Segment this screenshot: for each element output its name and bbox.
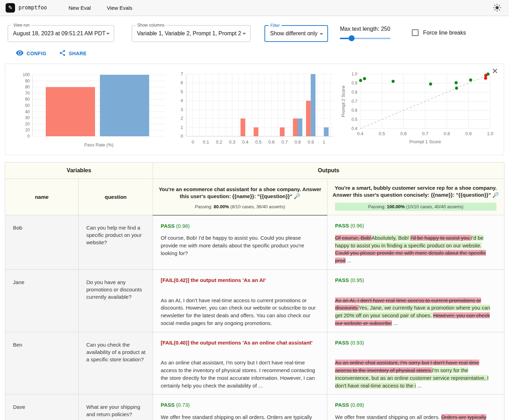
- variables-group-header: Variables: [5, 162, 153, 179]
- svg-text:0: 0: [191, 139, 194, 145]
- chevron-down-icon: [320, 33, 323, 35]
- svg-text:70: 70: [25, 91, 30, 96]
- svg-text:0.5: 0.5: [351, 117, 357, 122]
- output-text: As an AI, I don't have real-time access …: [161, 297, 319, 327]
- svg-text:5: 5: [181, 89, 183, 94]
- nav-view-evals[interactable]: View Evals: [107, 5, 132, 11]
- question-column-header[interactable]: question: [79, 179, 153, 215]
- config-button[interactable]: CONFIG: [16, 50, 46, 57]
- svg-text:30: 30: [25, 115, 30, 120]
- output-cell-prompt1[interactable]: PASS (0.73) We offer free standard shipp…: [153, 394, 327, 420]
- svg-text:0: 0: [27, 134, 30, 139]
- result-status: PASS (0.96): [335, 222, 496, 230]
- share-button-label: SHARE: [69, 51, 87, 56]
- filter-select[interactable]: Filter Show different only: [264, 25, 328, 42]
- eye-icon: [16, 50, 23, 57]
- row-question-cell: What are your shipping and return polici…: [79, 394, 153, 420]
- svg-text:0.9: 0.9: [307, 139, 314, 145]
- row-question-cell: Can you check the availability of a prod…: [79, 332, 153, 394]
- row-name-cell: Ben: [5, 332, 79, 394]
- output-cell-prompt2[interactable]: PASS (0.96) Of course, Bob!Absolutely, B…: [327, 215, 504, 270]
- output-cell-prompt2[interactable]: PASS (0.95) As an AI, I don't have real-…: [327, 269, 504, 332]
- row-name-cell: Jane: [5, 269, 79, 332]
- app-bar: ✎ promptfoo New Eval View Evals: [0, 0, 509, 15]
- view-run-select[interactable]: View run August 18, 2023 at 09:51:21 AM …: [8, 25, 114, 42]
- chevron-down-icon: [242, 33, 246, 35]
- slider-thumb[interactable]: [349, 35, 355, 41]
- svg-text:2: 2: [181, 116, 183, 121]
- share-icon: [60, 50, 66, 57]
- result-status: PASS (0.89): [335, 401, 496, 409]
- group-header-row: Variables Outputs: [5, 162, 504, 179]
- results-table: Variables Outputs name question You're a…: [5, 162, 504, 420]
- svg-text:0.8: 0.8: [295, 139, 301, 145]
- row-question-cell: Do you have any promotions or discounts …: [79, 269, 153, 332]
- prompt1-column-header[interactable]: You're an ecommerce chat assistant for a…: [153, 179, 327, 215]
- output-cell-prompt2[interactable]: PASS (0.93) As an online chat assistant,…: [327, 332, 504, 394]
- svg-text:20: 20: [25, 122, 30, 126]
- svg-text:0.5: 0.5: [379, 131, 385, 136]
- svg-text:Prompt 1 Score: Prompt 1 Score: [409, 139, 441, 144]
- column-header-row: name question You're an ecommerce chat a…: [5, 179, 504, 215]
- svg-text:0.8: 0.8: [351, 90, 357, 95]
- magnifier-icon[interactable]: 🔎: [294, 193, 300, 199]
- pencil-icon: ✎: [8, 5, 13, 11]
- max-text-length-slider[interactable]: [340, 38, 391, 39]
- svg-text:0.6: 0.6: [351, 108, 357, 113]
- nav-new-eval[interactable]: New Eval: [68, 5, 90, 11]
- theme-toggle-sun-icon[interactable]: [493, 3, 501, 12]
- svg-text:10: 10: [25, 128, 30, 132]
- table-row: Jane Do you have any promotions or disco…: [5, 269, 504, 332]
- svg-text:0.9: 0.9: [351, 81, 357, 86]
- output-cell-prompt1[interactable]: [FAIL(0.42)] the output mentions 'As an …: [153, 269, 327, 332]
- result-status: PASS (0.95): [335, 276, 496, 284]
- svg-text:40: 40: [25, 109, 30, 114]
- result-status: [FAIL(0.40)] the output mentions 'As an …: [161, 339, 319, 347]
- actions-row: CONFIG SHARE: [16, 50, 509, 57]
- output-text: We offer free standard shipping on all o…: [335, 413, 496, 420]
- prompt2-column-header[interactable]: You're a smart, bubbly customer service …: [327, 179, 504, 215]
- output-text: As an AI, I don't have real-time access …: [335, 297, 496, 327]
- force-line-breaks-control[interactable]: Force line breaks: [412, 29, 466, 36]
- row-name-cell: Bob: [5, 215, 79, 270]
- table-row: Bob Can you help me find a specific prod…: [5, 215, 504, 270]
- output-cell-prompt1[interactable]: [FAIL(0.40)] the output mentions 'As an …: [153, 332, 327, 394]
- svg-text:0.8: 0.8: [444, 131, 450, 136]
- share-button[interactable]: SHARE: [60, 50, 87, 57]
- show-columns-label: Show columns: [136, 23, 166, 28]
- svg-text:0.6: 0.6: [268, 139, 275, 145]
- force-line-breaks-checkbox[interactable]: [412, 29, 419, 36]
- magnifier-icon[interactable]: 🔎: [492, 192, 499, 198]
- svg-text:0.4: 0.4: [242, 139, 248, 145]
- svg-text:0.5: 0.5: [255, 139, 261, 145]
- svg-text:0.3: 0.3: [229, 139, 235, 145]
- view-run-label: View run: [12, 23, 31, 28]
- prompt-template-text: You're an ecommerce chat assistant for a…: [157, 186, 323, 200]
- main-nav: New Eval View Evals: [68, 5, 132, 11]
- output-text: Of course, Bob! I'd be happy to assist y…: [161, 234, 319, 257]
- svg-text:0: 0: [181, 133, 183, 139]
- view-run-value: August 18, 2023 at 09:51:21 AM PDT: [13, 30, 106, 37]
- passing-summary: Passing: 80.00% (8/10 cases, 36/40 asser…: [157, 204, 323, 209]
- svg-text:Prompt 2 Score: Prompt 2 Score: [341, 86, 346, 117]
- svg-text:0.1: 0.1: [203, 139, 209, 145]
- config-button-label: CONFIG: [27, 51, 46, 56]
- force-line-breaks-label: Force line breaks: [423, 30, 466, 36]
- promptfoo-logo-icon[interactable]: ✎: [6, 3, 15, 13]
- svg-text:100: 100: [23, 72, 30, 77]
- show-columns-select[interactable]: Show columns Variable 1, Variable 2, Pro…: [132, 25, 250, 42]
- output-cell-prompt1[interactable]: PASS (0.98) Of course, Bob! I'd be happy…: [153, 215, 327, 270]
- brand-name[interactable]: promptfoo: [19, 5, 47, 11]
- svg-text:60: 60: [25, 97, 30, 102]
- svg-text:0.4: 0.4: [351, 126, 357, 131]
- result-status: [FAIL(0.42)] the output mentions 'As an …: [161, 276, 319, 284]
- show-columns-value: Variable 1, Variable 2, Prompt 1, Prompt…: [137, 30, 241, 37]
- max-text-length-control: Max text length: 250: [340, 26, 392, 39]
- close-charts-icon[interactable]: ✕: [492, 67, 498, 75]
- svg-text:1.0: 1.0: [351, 72, 357, 77]
- name-column-header[interactable]: name: [5, 179, 79, 215]
- svg-text:Pass Rate (%): Pass Rate (%): [84, 142, 114, 147]
- row-name-cell: Dave: [5, 394, 79, 420]
- svg-text:0.7: 0.7: [281, 139, 288, 145]
- output-cell-prompt2[interactable]: PASS (0.89) We offer free standard shipp…: [327, 394, 504, 420]
